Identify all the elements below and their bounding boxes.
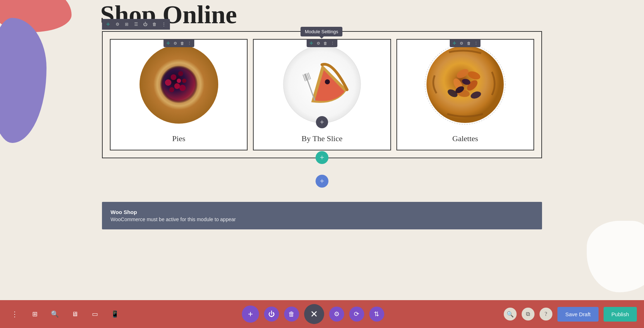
- galette-pie-image: [424, 43, 506, 125]
- module-toolbar: ✛ ⚙ ⊞ ☰ ⏻ 🗑 ⋮: [102, 19, 170, 30]
- col3-delete-icon[interactable]: 🗑: [466, 41, 471, 46]
- col-3-toolbar: ✛ ⚙ 🗑 ⋮: [450, 39, 480, 47]
- toolbar-search-button[interactable]: 🔍: [47, 307, 62, 322]
- publish-button[interactable]: Publish: [604, 307, 637, 322]
- woo-shop-title: Woo Shop: [111, 209, 533, 215]
- add-section-button[interactable]: +: [316, 175, 328, 188]
- col-2-image-wrapper: [254, 40, 390, 129]
- add-section-area: +: [0, 175, 644, 188]
- column-3-galettes: ✛ ⚙ 🗑 ⋮: [396, 39, 534, 150]
- toolbar-history-button[interactable]: ⟳: [349, 307, 364, 322]
- toolbar-tablet-button[interactable]: ▭: [87, 307, 102, 322]
- module-columns-icon[interactable]: ☰: [133, 21, 139, 28]
- svg-point-10: [179, 85, 186, 91]
- bottom-toolbar: ⋮ ⊞ 🔍 🖥 ▭ 📱 + ⏻ 🗑 ✕ ⚙ ⟳ ⇅ 🔍 ⧉ ? Save Dra…: [0, 300, 644, 328]
- toolbar-layers-icon[interactable]: ⧉: [522, 308, 535, 320]
- module-delete-icon[interactable]: 🗑: [151, 21, 158, 28]
- toolbar-center: + ⏻ 🗑 ✕ ⚙ ⟳ ⇅: [130, 304, 497, 324]
- page-title: Shop Online: [100, 0, 644, 28]
- svg-point-9: [169, 87, 174, 92]
- toolbar-help-icon[interactable]: ?: [540, 308, 552, 320]
- save-draft-button[interactable]: Save Draft: [557, 307, 599, 322]
- module-container: ✛ ⚙ ⊞ ☰ ⏻ 🗑 ⋮ ✛ ⚙ 🗑 ⋮: [102, 31, 542, 158]
- column-1-pies: ✛ ⚙ 🗑 ⋮: [110, 39, 248, 150]
- col2-more-icon[interactable]: ⋮: [330, 41, 335, 46]
- toolbar-add-button[interactable]: +: [242, 305, 259, 323]
- woo-shop-description: WooCommerce must be active for this modu…: [111, 217, 533, 222]
- col3-move-icon[interactable]: ✛: [452, 41, 457, 46]
- toolbar-search-right-icon[interactable]: 🔍: [504, 308, 517, 320]
- col1-more-icon[interactable]: ⋮: [187, 41, 192, 46]
- toolbar-left: ⋮ ⊞ 🔍 🖥 ▭ 📱: [0, 307, 130, 322]
- col-1-image-wrapper: [111, 40, 247, 129]
- svg-point-15: [325, 79, 330, 84]
- col-2-label: By The Slice: [302, 129, 342, 150]
- col3-settings-icon[interactable]: ⚙: [459, 41, 464, 46]
- module-power-icon[interactable]: ⏻: [142, 21, 148, 28]
- svg-point-4: [171, 74, 176, 80]
- toolbar-layout-button[interactable]: ⊞: [27, 307, 42, 322]
- svg-point-7: [182, 79, 186, 83]
- col-2-add-button[interactable]: +: [316, 116, 328, 128]
- column-2-slice: ✛ ⚙ 🗑 ⋮ Module Settings: [253, 39, 391, 150]
- module-more-icon[interactable]: ⋮: [161, 21, 167, 28]
- module-move-icon[interactable]: ✛: [105, 21, 111, 28]
- svg-point-8: [174, 83, 180, 89]
- svg-point-5: [178, 71, 183, 76]
- toolbar-close-button[interactable]: ✕: [304, 304, 324, 324]
- toolbar-settings-button[interactable]: ⚙: [329, 307, 344, 322]
- toolbar-menu-button[interactable]: ⋮: [7, 307, 22, 322]
- svg-point-6: [165, 79, 171, 86]
- toolbar-mobile-button[interactable]: 📱: [107, 307, 122, 322]
- columns-grid: ✛ ⚙ 🗑 ⋮: [110, 39, 534, 150]
- toolbar-sliders-button[interactable]: ⇅: [369, 307, 384, 322]
- module-settings-icon[interactable]: ⚙: [114, 21, 121, 28]
- col-1-label: Pies: [172, 129, 185, 150]
- module-layout-icon[interactable]: ⊞: [123, 21, 130, 28]
- col1-move-icon[interactable]: ✛: [166, 41, 171, 46]
- berry-pie-image: [138, 43, 220, 125]
- col3-more-icon[interactable]: ⋮: [473, 41, 478, 46]
- col-3-label: Galettes: [452, 129, 478, 150]
- toolbar-desktop-button[interactable]: 🖥: [67, 307, 82, 322]
- col2-move-icon[interactable]: ✛: [309, 41, 314, 46]
- col2-delete-icon[interactable]: 🗑: [323, 41, 328, 46]
- col1-delete-icon[interactable]: 🗑: [180, 41, 185, 46]
- module-settings-tooltip: Module Settings: [301, 27, 342, 36]
- svg-point-11: [177, 79, 181, 83]
- woo-shop-notice: Woo Shop WooCommerce must be active for …: [102, 202, 542, 229]
- col2-settings-icon[interactable]: ⚙: [316, 41, 321, 46]
- col-1-toolbar: ✛ ⚙ 🗑 ⋮: [164, 39, 194, 47]
- col-2-toolbar: ✛ ⚙ 🗑 ⋮: [307, 39, 337, 47]
- add-row-button[interactable]: +: [316, 151, 328, 164]
- col-3-image-wrapper: [397, 40, 533, 129]
- toolbar-right: 🔍 ⧉ ? Save Draft Publish: [497, 307, 644, 322]
- main-content: Shop Online ✛ ⚙ ⊞ ☰ ⏻ 🗑 ⋮ ✛ ⚙ 🗑 ⋮: [0, 0, 644, 299]
- toolbar-power-button[interactable]: ⏻: [264, 307, 279, 322]
- toolbar-delete-button[interactable]: 🗑: [284, 307, 299, 322]
- slice-pie-image: [281, 43, 363, 125]
- col1-settings-icon[interactable]: ⚙: [173, 41, 178, 46]
